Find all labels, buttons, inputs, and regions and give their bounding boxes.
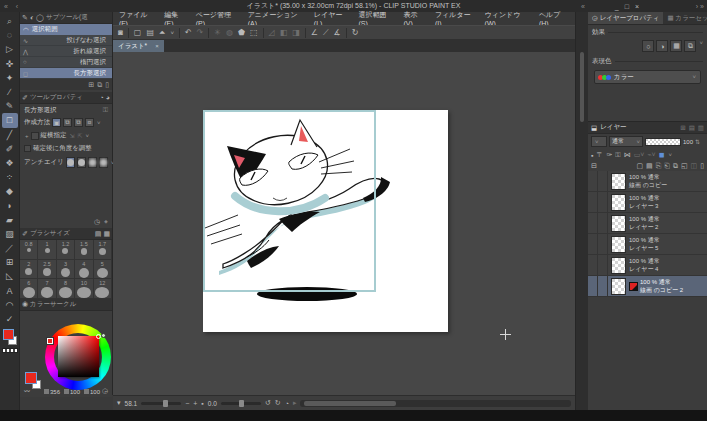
tab-tool-property[interactable]: ツールプロパティ (30, 93, 83, 102)
fill-icon[interactable]: ⬟ (238, 28, 245, 37)
ring-handle[interactable] (101, 333, 106, 338)
layer-visibility-toggle[interactable] (588, 171, 598, 192)
brush-size-4[interactable]: 4 (75, 260, 93, 280)
layer-name[interactable]: レイヤー 3 (629, 202, 660, 210)
eyedropper-tool[interactable]: ∕ (2, 85, 18, 99)
rotate-slider[interactable] (221, 402, 261, 405)
layer-visibility-toggle[interactable] (588, 192, 598, 213)
saturation-value-square[interactable] (58, 336, 99, 377)
tone-icon[interactable]: ▦ (670, 40, 682, 52)
wrench-icon[interactable]: ⌖ (104, 218, 108, 226)
opacity-value[interactable]: 100 (683, 139, 693, 145)
horizontal-scrollbar[interactable] (300, 400, 571, 407)
brush-size-1.2[interactable]: 1.2 (57, 240, 75, 260)
panel-collapse-right-icon[interactable]: › » (696, 3, 704, 10)
create-method-new-icon[interactable]: ▣ (52, 118, 61, 127)
aa-strong-option[interactable] (99, 157, 108, 168)
palette-color-icon[interactable]: ◼ (659, 151, 665, 159)
layer-view-b-icon[interactable]: ▤ (689, 124, 695, 132)
text-tool[interactable]: A (2, 284, 18, 298)
layer-visibility-toggle[interactable] (588, 255, 598, 276)
tab-color-wheel[interactable]: カラーサークル (30, 300, 76, 309)
panel-collapse-mid-icon[interactable]: « (581, 3, 585, 10)
eraser-tool[interactable]: ◆ (2, 184, 18, 198)
subtool-item-3[interactable]: ◻長方形選択 (20, 68, 112, 79)
history-icon[interactable]: ◷ (94, 218, 100, 226)
color-swatches[interactable] (2, 329, 18, 347)
reference-icon[interactable]: ▭˅ (634, 151, 645, 159)
minimize-button[interactable]: _ (615, 3, 619, 10)
layer-check-toggle[interactable] (598, 234, 608, 255)
pin-icon[interactable]: ▪ (591, 152, 593, 159)
tab-extra-b-icon[interactable]: ▦ (103, 230, 110, 238)
ruler-range-icon[interactable]: ⌁˅ (647, 151, 655, 159)
layer-row-5[interactable]: 100 % 通常線画 のコピー 2 (588, 276, 707, 297)
lock-icon[interactable]: ⚿ (103, 106, 108, 114)
snap-a-icon[interactable]: ◧ (280, 28, 288, 37)
tab-brush-size[interactable]: ブラシサイズ (30, 229, 70, 238)
close-button[interactable]: × (635, 3, 639, 10)
transparent-color-swatch[interactable] (2, 348, 18, 353)
copy-subtool-icon[interactable]: ⧉ (97, 81, 102, 89)
layer-view-c-icon[interactable]: ▥ (698, 124, 704, 132)
create-method-select-icon[interactable]: ⧈ (85, 118, 94, 127)
fit-button[interactable]: ▪ (201, 400, 203, 407)
tab-subtool[interactable]: サブツール(選 (46, 13, 88, 22)
maximize-button[interactable]: □ (625, 3, 629, 10)
brush-size-2[interactable]: 2 (20, 260, 38, 280)
layer-visibility-toggle[interactable] (588, 234, 598, 255)
chevron-down-icon[interactable]: ˅ (97, 120, 101, 126)
open-folder-icon[interactable]: ▤ (146, 28, 154, 37)
brush-size-0.8[interactable]: 0.8 (20, 240, 38, 260)
fill-tool[interactable]: ▰ (2, 213, 18, 227)
canvas-viewport[interactable] (113, 52, 575, 395)
layer-row-4[interactable]: 100 % 通常レイヤー 4 (588, 255, 707, 276)
auto-select-tool[interactable]: ✦ (2, 71, 18, 85)
grid-icon[interactable]: ◿ (269, 28, 275, 37)
rotate-cw-icon[interactable]: ↻ (275, 399, 281, 407)
marquee-select-tool[interactable]: □ (2, 113, 18, 127)
clip-studio-icon[interactable]: ◙ (118, 28, 123, 37)
layer-row-0[interactable]: 100 % 通常線画 のコピー (588, 171, 707, 192)
new-icon[interactable]: ▢ (134, 28, 142, 37)
subtool-item-1[interactable]: ⋀折れ線選択 (20, 46, 112, 57)
brush-size-7[interactable]: 7 (38, 279, 56, 299)
foreground-color-swatch[interactable] (3, 329, 14, 340)
document-tab[interactable]: イラスト* × (113, 40, 164, 52)
zoom-tool[interactable]: ⌕ (2, 14, 18, 28)
foreground-color-swatch[interactable] (25, 372, 37, 384)
layer-thumbnail[interactable] (611, 173, 626, 190)
select-border-icon[interactable]: ⬚ (250, 28, 258, 37)
layer-name[interactable]: 線画 のコピー 2 (640, 286, 683, 294)
layer-name[interactable]: レイヤー 5 (629, 244, 660, 252)
draft-icon[interactable]: ✑ (606, 151, 612, 159)
tab-extra-a-icon[interactable]: ▤ (95, 230, 102, 238)
snap-ruler-icon[interactable]: ∠ (311, 28, 318, 37)
rotate-ccw-icon[interactable]: ↺ (265, 399, 271, 407)
vertical-scrollbar[interactable] (575, 12, 588, 410)
lock-icon[interactable]: ⚿ (615, 151, 620, 159)
layer-check-toggle[interactable] (598, 255, 608, 276)
zoom-out-button[interactable]: − (185, 400, 189, 407)
brush-size-5[interactable]: 5 (94, 260, 112, 280)
opacity-slider[interactable] (645, 138, 681, 146)
clip-icon[interactable]: ⋈ (624, 151, 631, 159)
transparent-icon[interactable]: 〰 (24, 386, 29, 395)
aa-none-option[interactable] (66, 157, 75, 168)
dropdown-icon[interactable]: ˅ (170, 30, 174, 36)
layer-row-1[interactable]: 100 % 通常レイヤー 3 (588, 192, 707, 213)
snap-b-icon[interactable]: ◨ (292, 28, 300, 37)
zoom-slider[interactable] (141, 402, 181, 405)
selection-rectangle[interactable] (203, 110, 376, 292)
create-method-subtract-icon[interactable]: ⧉ (74, 118, 83, 127)
brush-size-6[interactable]: 6 (20, 279, 38, 299)
new-layer-icon[interactable]: ▢ (636, 162, 643, 170)
brush-size-8[interactable]: 8 (57, 279, 75, 299)
brush-tool[interactable]: ✐ (2, 142, 18, 156)
divide-icon[interactable]: ◫ (691, 162, 698, 170)
brush-size-1.5[interactable]: 1.5 (75, 240, 93, 260)
create-method-add-icon[interactable]: ⧉ (63, 118, 72, 127)
chevron-down-icon[interactable]: ˅ (669, 152, 673, 158)
layer-check-toggle[interactable] (598, 192, 608, 213)
layer-row-3[interactable]: 100 % 通常レイヤー 5 (588, 234, 707, 255)
